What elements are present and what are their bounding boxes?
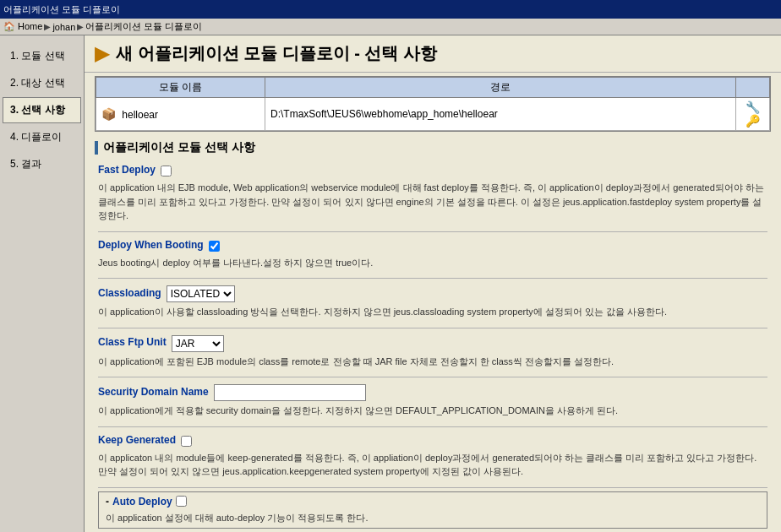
section-header: 어플리케이션 모듈 선택 사항 bbox=[85, 135, 781, 159]
module-table-wrapper: 모듈 이름 경로 📦 helloear D:\TmaxSoft\JEUS6\we… bbox=[95, 76, 771, 132]
keep-generated-checkbox[interactable] bbox=[181, 436, 192, 447]
deploy-when-booting-desc: Jeus booting시 deploy 여부를 나타낸다.설정 하지 않으면 … bbox=[98, 256, 767, 270]
divider-5 bbox=[98, 426, 767, 427]
sidebar: 1. 모듈 선택 2. 대상 선택 3. 선택 사항 4. 디플로이 5. 결과 bbox=[0, 35, 85, 532]
auto-deploy-label: Auto Deploy bbox=[112, 496, 172, 508]
deploy-when-booting-checkbox[interactable] bbox=[209, 241, 220, 252]
form-scroll[interactable]: Fast Deploy 이 application 내의 EJB module,… bbox=[85, 159, 781, 532]
divider-2 bbox=[98, 278, 767, 279]
sidebar-item-step1[interactable]: 1. 모듈 선택 bbox=[3, 43, 81, 69]
sidebar-item-step2[interactable]: 2. 대상 선택 bbox=[3, 70, 81, 96]
delete-icon[interactable]: 🔑 bbox=[746, 114, 760, 128]
keep-generated-label: Keep Generated bbox=[98, 434, 176, 446]
fast-deploy-group: Fast Deploy 이 application 내의 EJB module,… bbox=[85, 159, 781, 230]
keep-generated-group: Keep Generated 이 applicaton 내의 module들에 … bbox=[85, 429, 781, 486]
sep1: ▶ bbox=[44, 22, 51, 31]
content-area: ▶ 새 어플리케이션 모듈 디플로이 - 선택 사항 모듈 이름 경로 📦 bbox=[85, 35, 781, 532]
edit-icon[interactable]: 🔧 bbox=[746, 100, 760, 114]
auto-deploy-desc: 이 application 설정에 대해 auto-deploy 기능이 적용되… bbox=[106, 511, 760, 525]
breadcrumb-current: 어플리케이션 모듈 디플로이 bbox=[85, 20, 202, 33]
title-text: 어플리케이션 모듈 디플로이 bbox=[3, 3, 120, 16]
breadcrumb-bar: 🏠 Home ▶ johan ▶ 어플리케이션 모듈 디플로이 bbox=[0, 19, 781, 35]
page-title: 새 어플리케이션 모듈 디플로이 - 선택 사항 bbox=[116, 42, 437, 65]
class-ftp-unit-select[interactable]: JAR CLASS bbox=[172, 335, 224, 352]
classloading-label: Classloading bbox=[98, 287, 161, 299]
divider-4 bbox=[98, 377, 767, 377]
divider-6 bbox=[98, 487, 767, 488]
divider-3 bbox=[98, 328, 767, 328]
divider-1 bbox=[98, 231, 767, 232]
breadcrumb-user[interactable]: johan bbox=[52, 22, 75, 32]
module-path-cell: D:\TmaxSoft\JEUS6\webhome\app_home\hello… bbox=[265, 98, 736, 131]
classloading-group: Classloading ISOLATED GLOBAL LOCAL 이 app… bbox=[85, 280, 781, 326]
fast-deploy-checkbox[interactable] bbox=[161, 166, 172, 176]
auto-deploy-header: - Auto Deploy bbox=[106, 496, 760, 508]
security-domain-input[interactable] bbox=[214, 384, 366, 401]
section-title: 어플리케이션 모듈 선택 사항 bbox=[103, 140, 255, 155]
security-domain-label: Security Domain Name bbox=[98, 386, 209, 398]
class-ftp-unit-label: Class Ftp Unit bbox=[98, 336, 167, 348]
page-header: ▶ 새 어플리케이션 모듈 디플로이 - 선택 사항 bbox=[85, 35, 781, 73]
fast-deploy-label: Fast Deploy bbox=[98, 164, 156, 176]
arrow-icon: ▶ bbox=[95, 43, 109, 65]
col-actions bbox=[736, 78, 770, 98]
title-bar: 어플리케이션 모듈 디플로이 bbox=[0, 0, 781, 19]
breadcrumb-home[interactable]: 🏠 Home bbox=[3, 21, 42, 32]
keep-generated-desc: 이 applicaton 내의 module들에 keep-generated를… bbox=[98, 451, 767, 479]
auto-deploy-dash: - bbox=[106, 496, 109, 508]
auto-deploy-checkbox[interactable] bbox=[176, 496, 187, 507]
sidebar-item-step3[interactable]: 3. 선택 사항 bbox=[3, 97, 81, 123]
security-domain-group: Security Domain Name 이 application에게 적용할… bbox=[85, 379, 781, 425]
col-path: 경로 bbox=[265, 78, 736, 98]
sidebar-item-step4[interactable]: 4. 디플로이 bbox=[3, 124, 81, 150]
col-module-name: 모듈 이름 bbox=[96, 78, 265, 98]
auto-deploy-section: - Auto Deploy 이 application 설정에 대해 auto-… bbox=[98, 491, 767, 529]
class-ftp-unit-group: Class Ftp Unit JAR CLASS 이 application에 … bbox=[85, 330, 781, 376]
module-table: 모듈 이름 경로 📦 helloear D:\TmaxSoft\JEUS6\we… bbox=[96, 77, 770, 131]
security-domain-desc: 이 application에게 적용할 security domain을 설정한… bbox=[98, 404, 767, 418]
deploy-when-booting-label: Deploy When Booting bbox=[98, 239, 204, 251]
section-bar bbox=[95, 141, 98, 155]
module-actions-cell: 🔧 🔑 bbox=[736, 98, 770, 131]
sidebar-item-step5[interactable]: 5. 결과 bbox=[3, 151, 81, 177]
sep2: ▶ bbox=[77, 22, 84, 31]
class-ftp-unit-desc: 이 application에 포함된 EJB module의 class를 re… bbox=[98, 355, 767, 369]
classloading-select[interactable]: ISOLATED GLOBAL LOCAL bbox=[167, 285, 235, 302]
table-row: 📦 helloear D:\TmaxSoft\JEUS6\webhome\app… bbox=[96, 98, 770, 131]
classloading-desc: 이 application이 사용할 classloading 방식을 선택한다… bbox=[98, 305, 767, 319]
module-name-cell: 📦 helloear bbox=[96, 98, 265, 131]
deploy-when-booting-group: Deploy When Booting Jeus booting시 deploy… bbox=[85, 234, 781, 277]
fast-deploy-desc: 이 application 내의 EJB module, Web applica… bbox=[98, 181, 767, 223]
